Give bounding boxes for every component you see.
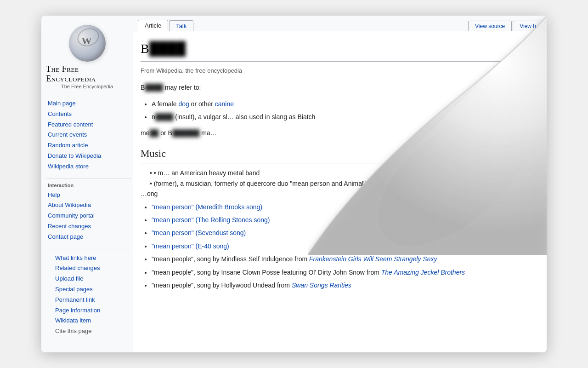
music-item-2: (former), a musician, formerly of queerc… <box>150 178 536 189</box>
bullet-item-dog: A female dog or other canine <box>152 99 536 109</box>
sidebar-item-related-changes[interactable]: Related changes <box>53 263 133 274</box>
sidebar-item-wikidata[interactable]: Wikidata item <box>53 316 133 326</box>
tabs-bar: Article Talk View source View h <box>133 16 547 31</box>
music-item-1: • m… an American heavy metal band <box>150 168 536 178</box>
sidebar-item-contents[interactable]: Contents <box>46 109 133 120</box>
article-from: From Wikipedia, the free encyclopedia <box>141 66 536 76</box>
sidebar-item-help[interactable]: Help <box>46 190 133 201</box>
sidebar-item-community[interactable]: Community portal <box>46 211 133 221</box>
sidebar-nav-interaction: Interaction Help About Wikipedia Communi… <box>46 183 133 242</box>
sidebar: The Free Encyclopedia The Free Encyclope… <box>41 16 133 352</box>
song-6: "mean people", song by Insane Clown Poss… <box>152 267 536 277</box>
sidebar-item-wiki-store[interactable]: Wikipedia store <box>46 161 133 172</box>
browser-window: The Free Encyclopedia The Free Encyclope… <box>41 16 547 352</box>
song-2: "mean person" (The Rolling Stones song) <box>152 215 536 225</box>
sidebar-divider-1 <box>46 178 131 179</box>
article-intro: B████ may refer to: <box>141 82 536 92</box>
link-canine[interactable]: canine <box>215 100 234 108</box>
song-3: "mean person" (Sevendust song) <box>152 228 536 238</box>
song-section-label: …ong <box>141 189 536 199</box>
sidebar-logo: The Free Encyclopedia The Free Encyclope… <box>46 25 133 89</box>
sidebar-item-recent-changes[interactable]: Recent changes <box>46 221 133 232</box>
sidebar-item-special[interactable]: Special pages <box>53 284 133 295</box>
song-link-7[interactable]: Swan Songs Rarities <box>292 282 351 289</box>
song-1: "mean person" (Meredith Brooks song) <box>152 202 536 212</box>
sidebar-item-current-events[interactable]: Current events <box>46 130 133 140</box>
partial-blurred-2: ██████ <box>172 129 200 137</box>
partial-text: me██ or B██████ ma… <box>141 128 536 138</box>
bullet-item-insult: n████ (insult), a vulgar sl… also used i… <box>152 112 536 122</box>
song-5: "mean people", song by Mindless Self Ind… <box>152 254 536 264</box>
song-4: "mean person" (E-40 song) <box>152 241 536 251</box>
link-dog[interactable]: dog <box>178 100 189 108</box>
sidebar-item-main-page[interactable]: Main page <box>46 98 133 109</box>
sidebar-item-random-article[interactable]: Random article <box>46 140 133 151</box>
insult-blurred: ████ <box>155 113 174 121</box>
article-title-blurred: ████ <box>149 41 186 56</box>
song-link-3[interactable]: "mean person" (Sevendust song) <box>152 229 246 236</box>
article-body: B████ From Wikipedia, the free encyclope… <box>133 31 547 307</box>
tab-view-source[interactable]: View source <box>468 21 512 31</box>
sidebar-item-what-links[interactable]: What links here <box>53 253 133 264</box>
song-link-1[interactable]: "mean person" (Meredith Brooks song) <box>152 203 262 211</box>
music-item-1-desc: an American heavy metal band <box>171 169 260 177</box>
article-bullets: A female dog or other canine n████ (insu… <box>152 99 536 122</box>
tab-view-history[interactable]: View h <box>513 21 543 31</box>
sidebar-item-cite-page[interactable]: Cite this page <box>53 326 133 337</box>
wikipedia-globe-icon <box>69 25 106 62</box>
sidebar-item-featured-content[interactable]: Featured content <box>46 120 133 130</box>
sidebar-item-donate[interactable]: Donate to Wikipedia <box>46 151 133 161</box>
tab-article[interactable]: Article <box>138 20 168 31</box>
main-content: Article Talk View source View h B████ Fr… <box>133 16 547 352</box>
sidebar-section-interaction: Interaction <box>46 183 133 188</box>
music-bullets: • m… an American heavy metal band (forme… <box>150 168 536 189</box>
wiki-title: The Free Encyclopedia <box>46 64 128 84</box>
song-link-4[interactable]: "mean person" (E-40 song) <box>152 242 229 250</box>
song-link-6[interactable]: The Amazing Jeckel Brothers <box>381 269 465 276</box>
sidebar-item-about[interactable]: About Wikipedia <box>46 200 133 211</box>
sidebar-item-contact[interactable]: Contact page <box>46 232 133 242</box>
sidebar-nav-tools: What links here Related changes Upload f… <box>46 253 133 337</box>
sidebar-item-page-info[interactable]: Page information <box>53 305 133 316</box>
sidebar-item-permanent[interactable]: Permanent link <box>53 295 133 305</box>
sidebar-nav-main: Main page Contents Featured content Curr… <box>46 98 133 172</box>
article-title: B████ <box>141 39 536 62</box>
song-7: "mean people", song by Hollywood Undead … <box>152 280 536 290</box>
song-link-2[interactable]: "mean person" (The Rolling Stones song) <box>152 216 270 224</box>
song-link-5[interactable]: Frankenstein Girls Will Seem Strangely S… <box>309 255 437 263</box>
tab-talk[interactable]: Talk <box>169 20 193 31</box>
partial-blurred-1: ██ <box>149 129 158 137</box>
section-heading-music: Music <box>141 145 536 163</box>
sidebar-item-upload[interactable]: Upload file <box>53 274 133 284</box>
intro-blurred: ████ <box>145 84 163 91</box>
sidebar-divider-2 <box>46 249 131 249</box>
insult-extra: also used in slang as Biatch <box>236 113 316 121</box>
wiki-subtitle: The Free Encyclopedia <box>61 84 113 89</box>
songs-list: "mean person" (Meredith Brooks song) "me… <box>152 202 536 291</box>
wiki-layout: The Free Encyclopedia The Free Encyclope… <box>41 16 547 352</box>
wiki-title-smallcaps: The Free Encyclopedia <box>46 64 96 83</box>
tab-right-actions: View source View h <box>468 20 547 31</box>
